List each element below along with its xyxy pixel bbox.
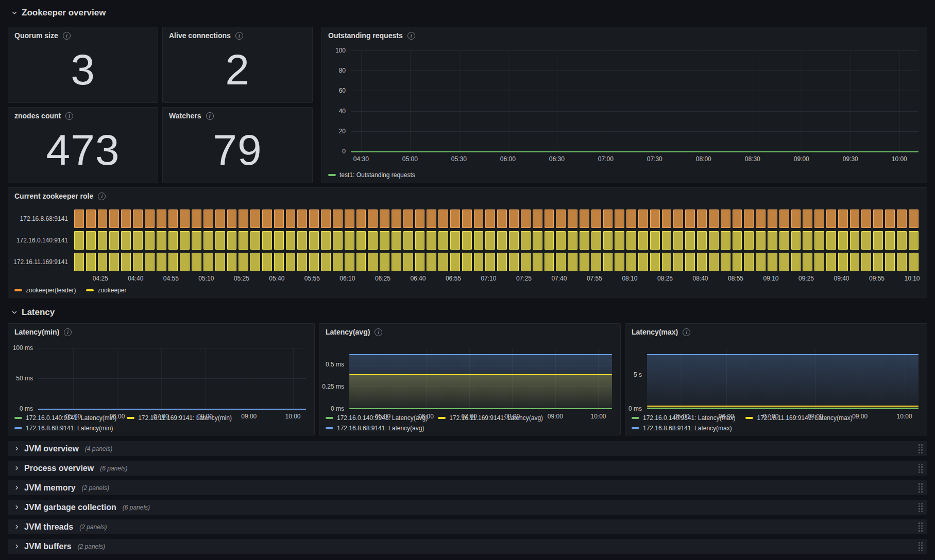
info-icon[interactable]: i	[65, 112, 73, 120]
legend-item[interactable]: 172.16.11.169:9141: Latency(avg)	[438, 414, 543, 422]
panel-title[interactable]: Latency(min)	[14, 328, 59, 336]
x-tick-label: 07:30	[647, 155, 662, 163]
panel-title[interactable]: Alive connections	[169, 31, 231, 40]
legend-marker	[14, 289, 22, 291]
state-bar	[591, 209, 601, 228]
panel-title[interactable]: Quorum size	[14, 31, 58, 40]
state-bar	[826, 209, 836, 228]
panel-title[interactable]: znodes count	[14, 112, 61, 120]
drag-handle[interactable]	[919, 444, 923, 453]
legend-item[interactable]: 172.16.0.140:9141: Latency(avg)	[326, 414, 428, 422]
collapsed-row[interactable]: JVM threads(2 panels)	[8, 519, 927, 534]
state-bar	[121, 209, 131, 228]
legend-item[interactable]: 172.16.0.140:9141: Latency(max)	[632, 414, 735, 422]
panel-title[interactable]: Latency(avg)	[326, 328, 370, 336]
state-bar	[380, 253, 389, 271]
collapsed-row[interactable]: Process overview(6 panels)	[8, 461, 927, 476]
panel-latency-min: Latency(min) i 0 ms50 ms100 ms05:0006:00…	[8, 323, 315, 435]
drag-dot	[919, 471, 920, 473]
state-bar	[403, 209, 413, 228]
info-icon[interactable]: i	[407, 32, 415, 40]
legend-item[interactable]: 172.16.11.169:9141: Latency(min)	[127, 414, 232, 422]
section-header-latency[interactable]: Latency	[11, 307, 55, 318]
legend-item[interactable]: 172.16.11.169:9141: Latency(max)	[745, 414, 852, 422]
state-bar	[779, 253, 789, 271]
drag-handle[interactable]	[919, 542, 923, 551]
info-icon[interactable]: i	[63, 32, 71, 40]
state-bar	[180, 253, 190, 271]
section-header-zookeeper-overview[interactable]: Zookeeper overview	[11, 8, 106, 18]
x-tick-label: 06:25	[375, 275, 390, 282]
legend-item[interactable]: 172.16.8.68:9141: Latency(min)	[14, 425, 113, 432]
legend: test1: Outstanding requests	[328, 171, 415, 179]
state-bar	[345, 231, 354, 250]
state-bar	[133, 209, 143, 228]
state-bar	[521, 253, 531, 271]
state-bar	[274, 209, 284, 228]
drag-dot	[921, 545, 923, 546]
state-bar	[333, 209, 343, 228]
legend-item[interactable]: test1: Outstanding requests	[328, 171, 415, 179]
state-bar	[791, 209, 801, 228]
x-tick-label: 06:00	[500, 155, 516, 163]
state-bar	[403, 253, 413, 271]
collapsed-row[interactable]: JVM overview(4 panels)	[8, 441, 927, 456]
state-bar	[814, 253, 824, 271]
state-bar	[485, 209, 495, 228]
legend-item[interactable]: 172.16.8.68:9141: Latency(avg)	[326, 425, 424, 432]
drag-handle[interactable]	[919, 464, 923, 473]
legend-item[interactable]: zookeeper	[86, 287, 126, 294]
section-title: Zookeeper overview	[22, 8, 106, 18]
series-line	[647, 406, 919, 407]
drag-dot	[919, 488, 920, 490]
collapsed-row[interactable]: JVM garbage collection(6 panels)	[8, 500, 927, 515]
chevron-right-icon	[14, 446, 20, 451]
state-bar	[756, 231, 766, 250]
state-bar	[533, 253, 542, 271]
info-icon[interactable]: i	[98, 192, 106, 200]
info-icon[interactable]: i	[375, 328, 382, 336]
legend-item[interactable]: 172.16.0.140:9141: Latency(min)	[14, 414, 116, 422]
x-tick-label: 09:10	[763, 275, 778, 282]
collapsed-row-title: JVM overview	[24, 444, 79, 453]
state-bar	[250, 209, 260, 228]
state-bar	[145, 231, 155, 250]
state-bar	[662, 253, 672, 271]
legend-row: 172.16.8.68:9141: Latency(avg)	[326, 425, 543, 432]
info-icon[interactable]: i	[206, 112, 214, 120]
state-bar	[850, 253, 860, 271]
drag-handle[interactable]	[919, 503, 923, 512]
state-bar	[697, 231, 707, 250]
state-bar	[297, 253, 307, 271]
collapsed-row[interactable]: JVM buffers(2 panels)	[8, 539, 927, 554]
info-icon[interactable]: i	[683, 328, 690, 336]
x-tick-label: 05:25	[234, 275, 249, 282]
state-bar	[662, 209, 672, 228]
drag-dot	[921, 469, 923, 470]
legend-label: 172.16.0.140:9141: Latency(min)	[26, 414, 116, 422]
legend-label: 172.16.11.169:9141: Latency(avg)	[449, 414, 543, 422]
state-bar	[803, 231, 812, 250]
legend-item[interactable]: zookeeper(leader)	[14, 287, 76, 294]
panel-title[interactable]: Current zookeeper role	[14, 192, 93, 200]
legend-item[interactable]: 172.16.8.68:9141: Latency(max)	[632, 425, 732, 432]
collapsed-row-panel-count: (2 panels)	[82, 484, 109, 492]
drag-handle[interactable]	[919, 522, 923, 532]
state-bar	[109, 231, 119, 250]
panel-title[interactable]: Watchers	[169, 112, 201, 120]
panel-title[interactable]: Latency(max)	[632, 328, 678, 336]
info-icon[interactable]: i	[235, 32, 243, 40]
state-bar	[626, 231, 636, 250]
drag-dot	[921, 449, 923, 451]
state-bar	[909, 209, 919, 228]
x-tick-label: 09:25	[798, 275, 814, 282]
y-tick-label: 0.5 ms	[319, 361, 344, 368]
state-bar	[650, 253, 660, 271]
panel-title[interactable]: Outstanding requests	[328, 31, 403, 40]
info-icon[interactable]: i	[64, 328, 72, 336]
collapsed-row[interactable]: JVM memory(2 panels)	[8, 480, 927, 495]
drag-handle[interactable]	[919, 483, 923, 493]
x-tick-label: 10:00	[897, 413, 912, 420]
drag-dot	[919, 522, 920, 524]
x-tick-label: 09:00	[852, 413, 868, 420]
